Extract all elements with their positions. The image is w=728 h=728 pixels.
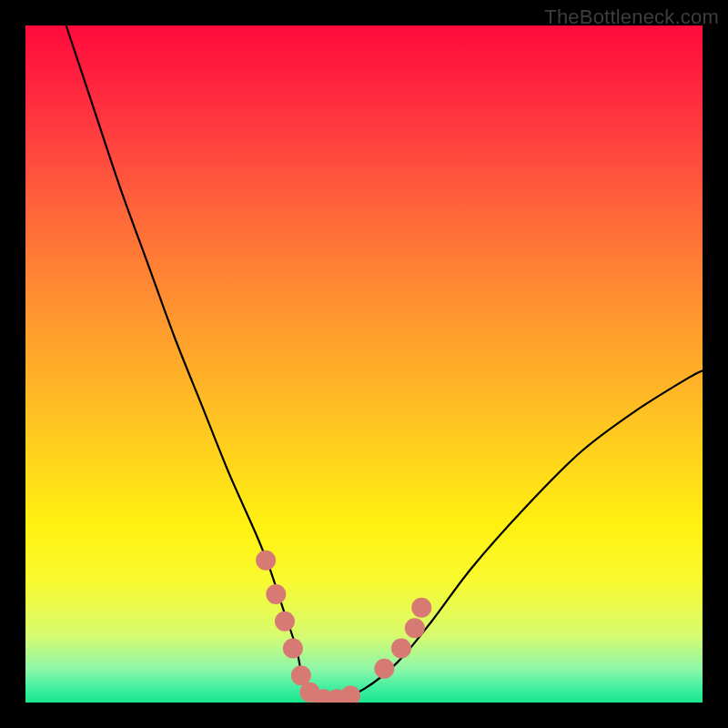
watermark-text: TheBottleneck.com bbox=[544, 5, 719, 29]
curve-layer bbox=[25, 25, 703, 703]
curve-marker bbox=[256, 551, 276, 571]
curve-marker bbox=[405, 618, 425, 638]
bottleneck-curve bbox=[66, 25, 703, 700]
curve-marker bbox=[340, 686, 360, 703]
chart-frame: TheBottleneck.com bbox=[0, 0, 728, 728]
curve-marker bbox=[291, 665, 311, 685]
curve-marker bbox=[283, 638, 303, 658]
curve-markers bbox=[256, 551, 431, 703]
bottleneck-curve-path bbox=[66, 25, 703, 700]
curve-marker bbox=[374, 659, 394, 679]
curve-marker bbox=[411, 598, 431, 618]
curve-marker bbox=[275, 612, 295, 632]
plot-area bbox=[25, 25, 703, 703]
curve-marker bbox=[391, 638, 411, 658]
curve-marker bbox=[266, 584, 286, 604]
